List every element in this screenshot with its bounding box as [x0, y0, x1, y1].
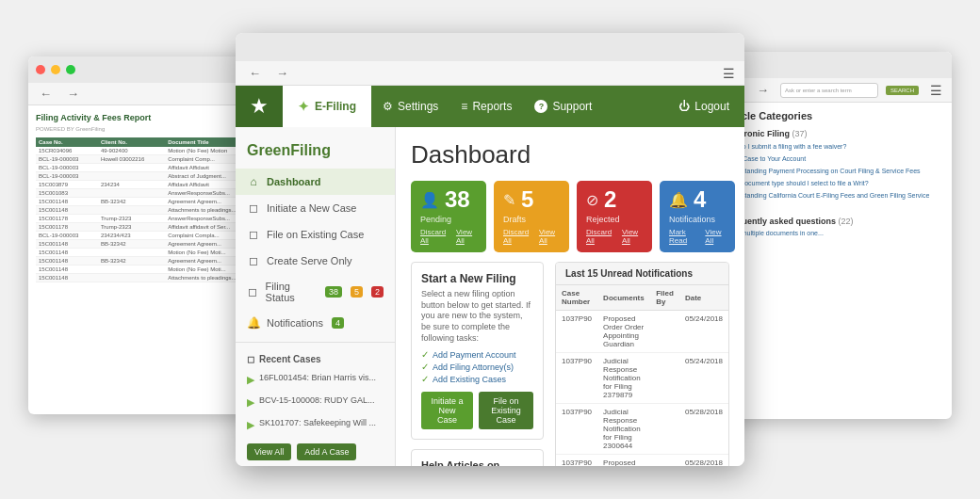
article-add-case[interactable]: Add a Case to Your Account — [724, 154, 944, 163]
table-cell: 15C001148 — [36, 257, 98, 266]
case-text-2: BCV-15-100008: RUDY GAL... — [259, 395, 374, 407]
start-filing-title: Start a New Filing — [421, 272, 533, 285]
right-content: Article Categories Electronic Filing (37… — [716, 103, 952, 247]
add-payment-link[interactable]: Add Payment Account — [421, 349, 533, 360]
help-search-button[interactable]: SEARCH — [886, 86, 919, 95]
content-left: Start a New Filing Select a new filing o… — [411, 262, 544, 466]
table-cell: 49-902400 — [98, 147, 165, 155]
sidebar-item-create-serve[interactable]: ◻ Create Serve Only — [236, 248, 395, 274]
rejected-discard-link[interactable]: Discard All — [586, 228, 614, 245]
rejected-number: 2 — [604, 188, 616, 211]
forward-arrow-r-icon[interactable]: → — [753, 81, 773, 99]
recent-case-1[interactable]: ▶ 16FL001454: Brian Harris vis... — [236, 368, 395, 391]
tab-support[interactable]: ? Support — [523, 86, 603, 127]
stat-notifications: 🔔 4 Notifications Mark Read View All — [660, 181, 735, 252]
pending-view-link[interactable]: View All — [456, 228, 477, 245]
efiling-label: E-Filing — [315, 100, 356, 113]
tab-reports[interactable]: ≡ Reports — [449, 86, 523, 127]
table-cell — [98, 249, 165, 257]
app-logo: ★ — [236, 86, 283, 127]
logout-icon: ⏻ — [678, 100, 690, 113]
rejected-label: Rejected — [586, 215, 643, 224]
drafts-view-link[interactable]: View All — [539, 228, 560, 245]
main-hamburger-icon[interactable]: ☰ — [723, 66, 735, 81]
case-icon-1: ▶ — [247, 374, 254, 386]
right-hamburger-icon[interactable]: ☰ — [930, 83, 942, 98]
filing-status-draft-badge: 5 — [351, 286, 363, 298]
notif-stat-icon: 🔔 — [669, 191, 688, 209]
support-icon: ? — [534, 100, 547, 113]
add-existing-cases-link[interactable]: Add Existing Cases — [421, 374, 533, 384]
article-payment-processing[interactable]: Understanding Payment Processing on Cour… — [724, 167, 944, 175]
add-case-button[interactable]: Add A Case — [297, 443, 356, 460]
recent-case-2[interactable]: ▶ BCV-15-100008: RUDY GAL... — [236, 391, 395, 413]
article-fee-waiver[interactable]: How do I submit a filing with a fee waiv… — [724, 142, 944, 151]
notif-col-filed: Filed By — [650, 285, 679, 311]
table-cell: BB-32342 — [98, 240, 165, 249]
drafts-discard-link[interactable]: Discard All — [503, 228, 531, 245]
case-text-1: 16FL001454: Brian Harris vis... — [259, 373, 376, 384]
recent-cases-label: Recent Cases — [259, 354, 321, 364]
notif-cell — [650, 353, 679, 404]
notif-label: Notifications — [669, 215, 726, 224]
table-cell: Howell 03002216 — [98, 155, 165, 164]
notif-cell: 05/28/2018 — [679, 455, 728, 467]
recent-case-3[interactable]: ▶ SK101707: Safekeeping Will ... — [236, 413, 395, 436]
table-cell: 15C001148 — [36, 206, 98, 215]
table-row: 15C001083AnswerResponseSubs... — [36, 189, 266, 198]
notif-cell: 1037P90 — [556, 455, 597, 467]
drafts-number: 5 — [521, 188, 533, 211]
rejected-actions: Discard All View All — [586, 228, 643, 245]
help-search-placeholder: Ask or enter a search term — [785, 88, 852, 93]
table-row: 15C001148BB-32342Agreement Agreem... — [36, 198, 266, 206]
notif-box-title: Last 15 Unread Notifications — [556, 263, 728, 285]
logout-button[interactable]: ⏻ Logout — [663, 86, 744, 127]
dashboard-label: Dashboard — [267, 176, 320, 187]
back-arrow-icon[interactable]: ← — [36, 85, 56, 103]
notif-cell: 05/24/2018 — [679, 353, 728, 404]
back-right-window: ← → Ask or enter a search term SEARCH ☰ … — [716, 52, 952, 419]
back-right-navbar: ← → Ask or enter a search term SEARCH ☰ — [716, 78, 952, 103]
main-forward-icon[interactable]: → — [272, 64, 292, 82]
sidebar-item-dashboard[interactable]: ⌂ Dashboard — [236, 169, 395, 195]
notifications-box: Last 15 Unread Notifications Case Number… — [555, 262, 729, 466]
add-attorney-link[interactable]: Add Filing Attorney(s) — [421, 362, 533, 372]
stat-rejected-header: ⊘ 2 — [586, 188, 643, 211]
sidebar-item-initiate[interactable]: ◻ Initiate a New Case — [236, 195, 395, 221]
col-client-no: Client No. — [98, 137, 165, 147]
article-writ[interactable]: What document type should I select to fi… — [724, 179, 944, 187]
notif-view-link[interactable]: View All — [705, 228, 726, 245]
notif-row: 1037P90Judicial Response Notification fo… — [556, 404, 728, 455]
forward-arrow-icon[interactable]: → — [63, 85, 83, 103]
faq-item-1[interactable]: Filing multiple documents in one... — [724, 230, 944, 236]
sidebar-logo-text: GreenFiling — [247, 142, 331, 158]
content-area: Dashboard 👤 38 Pending Discard All View … — [396, 127, 744, 466]
close-dot — [36, 65, 45, 74]
initiate-new-case-button[interactable]: Initiate a New Case — [421, 392, 473, 429]
sidebar-buttons: View All Add A Case — [236, 436, 395, 466]
initiate-icon: ◻ — [247, 201, 260, 215]
start-filing-box: Start a New Filing Select a new filing o… — [411, 262, 544, 440]
content-right: Last 15 Unread Notifications Case Number… — [555, 262, 729, 466]
pending-discard-link[interactable]: Discard All — [420, 228, 449, 245]
content-cols: Start a New Filing Select a new filing o… — [411, 262, 729, 466]
back-right-titlebar — [716, 52, 952, 78]
main-back-icon[interactable]: ← — [245, 64, 265, 82]
article-ca-fees[interactable]: Understanding California Court E-Filing … — [724, 191, 944, 208]
tab-efiling[interactable]: ✦ E-Filing — [283, 86, 371, 127]
notif-mark-read-link[interactable]: Mark Read — [669, 228, 697, 245]
sidebar-item-file-existing[interactable]: ◻ File on Existing Case — [236, 221, 395, 248]
notif-cell — [650, 455, 679, 467]
rejected-view-link[interactable]: View All — [622, 228, 643, 245]
table-cell: 15C001148 — [36, 198, 98, 206]
table-row: BCL-19-000003Affidavit Affidavit — [36, 164, 266, 172]
table-cell: BCL-19-000003 — [36, 155, 98, 164]
sidebar-item-notifications[interactable]: 🔔 Notifications 4 — [236, 310, 395, 336]
view-all-button[interactable]: View All — [247, 443, 291, 460]
table-row: BCL-19-000003Abstract of Judgment... — [36, 172, 266, 181]
tab-settings[interactable]: ⚙ Settings — [371, 86, 449, 127]
sidebar-item-filing-status[interactable]: ◻ Filing Status 38 5 2 — [236, 274, 395, 310]
file-on-existing-button[interactable]: File on Existing Case — [479, 392, 533, 429]
logout-label: Logout — [694, 100, 729, 113]
table-cell: 15C001148 — [36, 274, 98, 282]
